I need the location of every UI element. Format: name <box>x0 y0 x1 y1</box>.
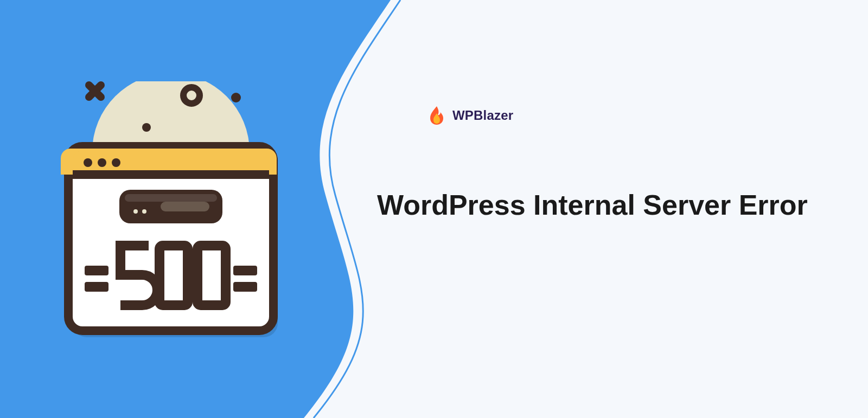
svg-rect-16 <box>161 202 209 211</box>
flame-icon <box>429 106 445 125</box>
svg-point-10 <box>84 158 92 167</box>
svg-point-14 <box>133 209 138 214</box>
svg-rect-17 <box>125 194 217 202</box>
svg-point-3 <box>142 123 151 132</box>
svg-rect-21 <box>233 282 257 292</box>
svg-rect-18 <box>85 266 108 275</box>
svg-point-12 <box>112 158 120 167</box>
brand-name: WPBlazer <box>452 108 513 123</box>
svg-point-11 <box>98 158 106 167</box>
svg-rect-20 <box>233 266 257 275</box>
brand: WPBlazer <box>429 106 513 125</box>
error-500-illustration <box>54 81 288 342</box>
svg-point-5 <box>231 93 241 102</box>
svg-rect-19 <box>85 282 108 292</box>
page: WPBlazer WordPress Internal Server Error <box>0 0 868 418</box>
svg-point-15 <box>142 209 146 214</box>
page-title: WordPress Internal Server Error <box>377 187 827 223</box>
